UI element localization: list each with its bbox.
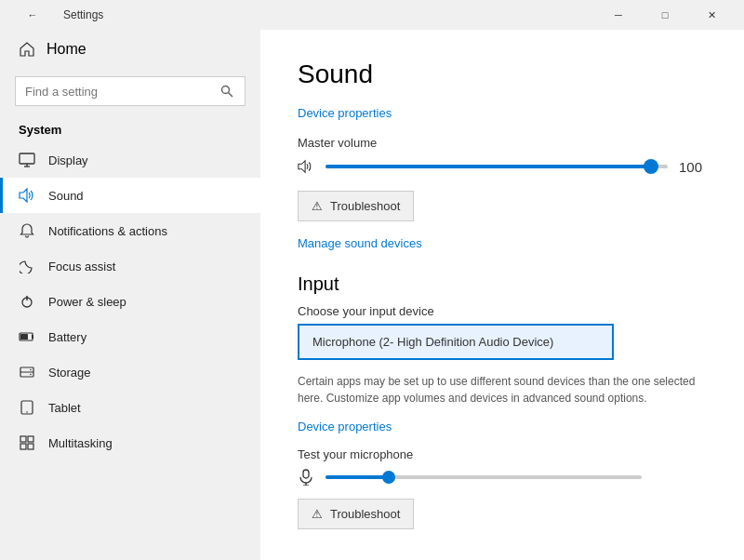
volume-icon: [298, 158, 314, 175]
microphone-slider-row: [298, 469, 707, 486]
manage-sound-devices-link[interactable]: Manage sound devices: [298, 236, 422, 250]
sidebar-item-label: Storage: [48, 366, 91, 380]
bell-icon: [19, 222, 35, 239]
mic-slider[interactable]: [326, 475, 642, 479]
warning-icon-2: ⚠: [312, 507, 323, 521]
sidebar-item-sound[interactable]: Sound: [0, 178, 260, 213]
svg-rect-18: [28, 436, 33, 442]
search-icon: [219, 83, 235, 100]
titlebar-left: ← Settings: [11, 4, 103, 26]
sidebar-item-label: Focus assist: [48, 260, 115, 273]
volume-thumb[interactable]: [644, 159, 658, 174]
device-properties-link[interactable]: Device properties: [298, 106, 392, 120]
moon-icon: [19, 258, 35, 274]
titlebar-title: Settings: [63, 8, 103, 21]
troubleshoot-button-2[interactable]: ⚠ Troubleshoot: [298, 499, 414, 529]
choose-input-label: Choose your input device: [298, 304, 707, 318]
sidebar-item-label: Battery: [48, 330, 86, 344]
volume-fill: [326, 165, 651, 168]
sidebar-item-label: Tablet: [48, 401, 81, 415]
maximize-button[interactable]: □: [644, 4, 686, 26]
app-body: Home System Display: [0, 30, 744, 560]
sidebar-search-box[interactable]: [15, 76, 246, 106]
sidebar-item-label: Sound: [48, 189, 84, 203]
sidebar-item-label: Display: [48, 153, 88, 167]
main-content: Sound Device properties Master volume 10…: [260, 30, 744, 560]
svg-line-1: [229, 93, 233, 98]
svg-point-16: [26, 411, 28, 413]
sidebar: Home System Display: [0, 30, 260, 560]
svg-rect-9: [20, 334, 28, 340]
volume-slider[interactable]: [326, 157, 668, 176]
test-microphone-label: Test your microphone: [298, 447, 707, 461]
storage-icon: [19, 364, 35, 380]
sidebar-item-storage[interactable]: Storage: [0, 354, 260, 390]
volume-value: 100: [679, 159, 707, 175]
mic-slider-thumb[interactable]: [382, 471, 395, 484]
svg-rect-17: [20, 436, 26, 442]
svg-point-13: [30, 369, 32, 371]
power-icon: [19, 293, 35, 310]
sidebar-item-label: Multitasking: [48, 436, 113, 450]
sidebar-item-display[interactable]: Display: [0, 142, 260, 178]
close-button[interactable]: ✕: [690, 4, 733, 26]
troubleshoot-label: Troubleshoot: [330, 199, 400, 213]
page-title: Sound: [298, 60, 707, 89]
home-icon: [19, 41, 35, 58]
titlebar: ← Settings ─ □ ✕: [0, 0, 744, 30]
tablet-icon: [19, 399, 35, 416]
svg-marker-21: [299, 161, 305, 173]
sidebar-item-power[interactable]: Power & sleep: [0, 284, 260, 319]
sidebar-item-focus[interactable]: Focus assist: [0, 248, 260, 284]
titlebar-controls: ─ □ ✕: [597, 4, 733, 26]
svg-rect-19: [20, 444, 26, 449]
svg-point-14: [30, 374, 32, 376]
sidebar-section-title: System: [0, 113, 260, 142]
back-button[interactable]: ←: [11, 4, 54, 26]
sidebar-home-item[interactable]: Home: [0, 30, 260, 69]
svg-marker-5: [20, 189, 27, 202]
troubleshoot-label-2: Troubleshoot: [330, 507, 400, 521]
troubleshoot-button[interactable]: ⚠ Troubleshoot: [298, 191, 414, 221]
input-device-select[interactable]: Microphone (2- High Definition Audio Dev…: [298, 324, 614, 360]
battery-icon: [19, 328, 35, 345]
minimize-button[interactable]: ─: [597, 4, 640, 26]
svg-rect-22: [303, 470, 309, 478]
master-volume-label: Master volume: [298, 136, 707, 150]
input-device-properties-link[interactable]: Device properties: [298, 420, 392, 433]
sidebar-item-notifications[interactable]: Notifications & actions: [0, 213, 260, 248]
multitask-icon: [19, 434, 35, 451]
sidebar-item-label: Notifications & actions: [48, 224, 167, 238]
mic-slider-fill: [326, 475, 389, 479]
sidebar-item-tablet[interactable]: Tablet: [0, 390, 260, 425]
sidebar-item-multitasking[interactable]: Multitasking: [0, 425, 260, 460]
svg-rect-20: [28, 444, 33, 449]
svg-rect-2: [20, 153, 34, 164]
monitor-icon: [19, 152, 35, 168]
volume-track: [326, 165, 668, 168]
input-section-title: Input: [298, 273, 707, 295]
microphone-icon: [298, 469, 314, 486]
sound-icon: [19, 187, 35, 204]
search-input[interactable]: [25, 85, 211, 99]
volume-row: 100: [298, 157, 707, 176]
svg-point-0: [222, 87, 230, 94]
warning-icon: ⚠: [312, 199, 323, 213]
sidebar-item-label: Power & sleep: [48, 295, 126, 309]
input-device-value: Microphone (2- High Definition Audio Dev…: [312, 335, 553, 349]
sidebar-item-battery[interactable]: Battery: [0, 319, 260, 354]
home-label: Home: [46, 41, 86, 58]
info-text: Certain apps may be set up to use differ…: [298, 373, 707, 407]
